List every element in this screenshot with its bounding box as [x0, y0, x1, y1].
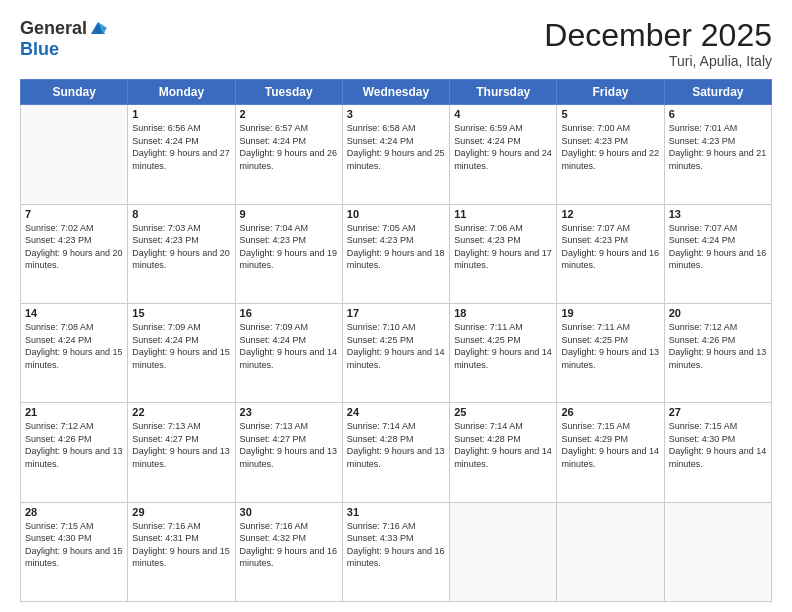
- calendar-week-row: 14Sunrise: 7:08 AMSunset: 4:24 PMDayligh…: [21, 303, 772, 402]
- cell-info: Sunrise: 6:59 AMSunset: 4:24 PMDaylight:…: [454, 122, 552, 172]
- daylight-text: Daylight: 9 hours and 22 minutes.: [561, 148, 659, 171]
- sunset-text: Sunset: 4:24 PM: [132, 136, 199, 146]
- sunset-text: Sunset: 4:26 PM: [25, 434, 92, 444]
- table-row: [450, 502, 557, 601]
- table-row: 8Sunrise: 7:03 AMSunset: 4:23 PMDaylight…: [128, 204, 235, 303]
- daylight-text: Daylight: 9 hours and 14 minutes.: [669, 446, 767, 469]
- cell-info: Sunrise: 7:06 AMSunset: 4:23 PMDaylight:…: [454, 222, 552, 272]
- daylight-text: Daylight: 9 hours and 16 minutes.: [240, 546, 338, 569]
- subtitle: Turi, Apulia, Italy: [544, 53, 772, 69]
- table-row: 5Sunrise: 7:00 AMSunset: 4:23 PMDaylight…: [557, 105, 664, 204]
- sunset-text: Sunset: 4:32 PM: [240, 533, 307, 543]
- cell-info: Sunrise: 7:04 AMSunset: 4:23 PMDaylight:…: [240, 222, 338, 272]
- day-number: 4: [454, 108, 552, 120]
- day-number: 12: [561, 208, 659, 220]
- sunset-text: Sunset: 4:23 PM: [25, 235, 92, 245]
- sunrise-text: Sunrise: 7:12 AM: [25, 421, 94, 431]
- sunset-text: Sunset: 4:30 PM: [669, 434, 736, 444]
- day-number: 16: [240, 307, 338, 319]
- daylight-text: Daylight: 9 hours and 14 minutes.: [454, 347, 552, 370]
- sunrise-text: Sunrise: 7:14 AM: [454, 421, 523, 431]
- table-row: 14Sunrise: 7:08 AMSunset: 4:24 PMDayligh…: [21, 303, 128, 402]
- sunrise-text: Sunrise: 7:13 AM: [132, 421, 201, 431]
- daylight-text: Daylight: 9 hours and 15 minutes.: [132, 546, 230, 569]
- sunrise-text: Sunrise: 7:07 AM: [561, 223, 630, 233]
- sunrise-text: Sunrise: 7:16 AM: [132, 521, 201, 531]
- table-row: 15Sunrise: 7:09 AMSunset: 4:24 PMDayligh…: [128, 303, 235, 402]
- daylight-text: Daylight: 9 hours and 17 minutes.: [454, 248, 552, 271]
- daylight-text: Daylight: 9 hours and 13 minutes.: [25, 446, 123, 469]
- day-number: 20: [669, 307, 767, 319]
- cell-info: Sunrise: 7:14 AMSunset: 4:28 PMDaylight:…: [454, 420, 552, 470]
- sunset-text: Sunset: 4:24 PM: [347, 136, 414, 146]
- sunset-text: Sunset: 4:24 PM: [240, 136, 307, 146]
- sunrise-text: Sunrise: 7:15 AM: [561, 421, 630, 431]
- sunrise-text: Sunrise: 7:00 AM: [561, 123, 630, 133]
- cell-info: Sunrise: 7:13 AMSunset: 4:27 PMDaylight:…: [132, 420, 230, 470]
- sunset-text: Sunset: 4:30 PM: [25, 533, 92, 543]
- daylight-text: Daylight: 9 hours and 15 minutes.: [25, 347, 123, 370]
- sunrise-text: Sunrise: 7:09 AM: [240, 322, 309, 332]
- sunrise-text: Sunrise: 6:57 AM: [240, 123, 309, 133]
- day-header-sunday: Sunday: [21, 80, 128, 105]
- table-row: [21, 105, 128, 204]
- table-row: 3Sunrise: 6:58 AMSunset: 4:24 PMDaylight…: [342, 105, 449, 204]
- day-number: 17: [347, 307, 445, 319]
- day-number: 15: [132, 307, 230, 319]
- cell-info: Sunrise: 7:14 AMSunset: 4:28 PMDaylight:…: [347, 420, 445, 470]
- cell-info: Sunrise: 7:01 AMSunset: 4:23 PMDaylight:…: [669, 122, 767, 172]
- sunset-text: Sunset: 4:25 PM: [347, 335, 414, 345]
- table-row: 17Sunrise: 7:10 AMSunset: 4:25 PMDayligh…: [342, 303, 449, 402]
- day-number: 30: [240, 506, 338, 518]
- sunrise-text: Sunrise: 7:08 AM: [25, 322, 94, 332]
- sunset-text: Sunset: 4:24 PM: [132, 335, 199, 345]
- day-number: 10: [347, 208, 445, 220]
- cell-info: Sunrise: 7:07 AMSunset: 4:24 PMDaylight:…: [669, 222, 767, 272]
- cell-info: Sunrise: 7:16 AMSunset: 4:32 PMDaylight:…: [240, 520, 338, 570]
- daylight-text: Daylight: 9 hours and 25 minutes.: [347, 148, 445, 171]
- daylight-text: Daylight: 9 hours and 13 minutes.: [240, 446, 338, 469]
- table-row: 30Sunrise: 7:16 AMSunset: 4:32 PMDayligh…: [235, 502, 342, 601]
- daylight-text: Daylight: 9 hours and 15 minutes.: [25, 546, 123, 569]
- table-row: 26Sunrise: 7:15 AMSunset: 4:29 PMDayligh…: [557, 403, 664, 502]
- table-row: 10Sunrise: 7:05 AMSunset: 4:23 PMDayligh…: [342, 204, 449, 303]
- logo-general-text: General: [20, 18, 87, 39]
- day-header-saturday: Saturday: [664, 80, 771, 105]
- sunrise-text: Sunrise: 7:04 AM: [240, 223, 309, 233]
- day-number: 13: [669, 208, 767, 220]
- day-number: 25: [454, 406, 552, 418]
- cell-info: Sunrise: 7:07 AMSunset: 4:23 PMDaylight:…: [561, 222, 659, 272]
- sunrise-text: Sunrise: 7:12 AM: [669, 322, 738, 332]
- daylight-text: Daylight: 9 hours and 16 minutes.: [561, 248, 659, 271]
- logo-icon: [89, 20, 107, 38]
- cell-info: Sunrise: 7:15 AMSunset: 4:29 PMDaylight:…: [561, 420, 659, 470]
- sunset-text: Sunset: 4:24 PM: [669, 235, 736, 245]
- daylight-text: Daylight: 9 hours and 20 minutes.: [25, 248, 123, 271]
- cell-info: Sunrise: 7:05 AMSunset: 4:23 PMDaylight:…: [347, 222, 445, 272]
- daylight-text: Daylight: 9 hours and 13 minutes.: [132, 446, 230, 469]
- daylight-text: Daylight: 9 hours and 14 minutes.: [347, 347, 445, 370]
- cell-info: Sunrise: 7:10 AMSunset: 4:25 PMDaylight:…: [347, 321, 445, 371]
- sunset-text: Sunset: 4:26 PM: [669, 335, 736, 345]
- day-number: 29: [132, 506, 230, 518]
- sunrise-text: Sunrise: 7:15 AM: [669, 421, 738, 431]
- sunset-text: Sunset: 4:24 PM: [25, 335, 92, 345]
- daylight-text: Daylight: 9 hours and 16 minutes.: [347, 546, 445, 569]
- day-number: 22: [132, 406, 230, 418]
- day-number: 21: [25, 406, 123, 418]
- day-header-friday: Friday: [557, 80, 664, 105]
- day-number: 26: [561, 406, 659, 418]
- cell-info: Sunrise: 7:15 AMSunset: 4:30 PMDaylight:…: [25, 520, 123, 570]
- table-row: 16Sunrise: 7:09 AMSunset: 4:24 PMDayligh…: [235, 303, 342, 402]
- table-row: 11Sunrise: 7:06 AMSunset: 4:23 PMDayligh…: [450, 204, 557, 303]
- table-row: 21Sunrise: 7:12 AMSunset: 4:26 PMDayligh…: [21, 403, 128, 502]
- sunset-text: Sunset: 4:31 PM: [132, 533, 199, 543]
- table-row: 18Sunrise: 7:11 AMSunset: 4:25 PMDayligh…: [450, 303, 557, 402]
- sunrise-text: Sunrise: 7:16 AM: [347, 521, 416, 531]
- cell-info: Sunrise: 7:13 AMSunset: 4:27 PMDaylight:…: [240, 420, 338, 470]
- day-number: 18: [454, 307, 552, 319]
- sunrise-text: Sunrise: 7:14 AM: [347, 421, 416, 431]
- day-number: 28: [25, 506, 123, 518]
- day-header-wednesday: Wednesday: [342, 80, 449, 105]
- daylight-text: Daylight: 9 hours and 16 minutes.: [669, 248, 767, 271]
